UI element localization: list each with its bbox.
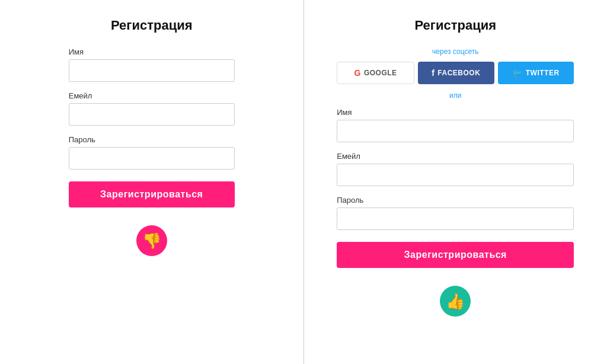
left-bottom: 👎 <box>136 225 167 262</box>
right-password-input[interactable] <box>337 207 574 230</box>
facebook-button[interactable]: f FACEBOOK <box>418 62 494 84</box>
google-icon: G <box>354 68 361 78</box>
left-title: Регистрация <box>111 18 193 33</box>
left-name-input[interactable] <box>69 59 235 82</box>
facebook-label: FACEBOOK <box>437 69 480 77</box>
twitter-label: TWITTER <box>526 69 560 77</box>
twitter-icon: 🐦 <box>512 68 523 78</box>
left-thumb-icon: 👎 <box>136 225 167 256</box>
right-name-input[interactable] <box>337 120 574 142</box>
right-email-input[interactable] <box>337 164 574 186</box>
left-panel: Регистрация Имя Емейл Пароль Зарегистрир… <box>0 0 304 364</box>
left-email-group: Емейл <box>69 91 235 126</box>
left-name-group: Имя <box>69 47 235 82</box>
right-password-label: Пароль <box>337 196 574 205</box>
right-password-group: Пароль <box>337 196 574 230</box>
right-panel: Регистрация через соцсеть G GOOGLE f FAC… <box>304 0 608 364</box>
left-email-label: Емейл <box>69 91 235 100</box>
right-email-group: Емейл <box>337 152 574 186</box>
right-name-label: Имя <box>337 108 574 117</box>
left-email-input[interactable] <box>69 103 235 126</box>
left-password-input[interactable] <box>69 147 235 170</box>
right-email-label: Емейл <box>337 152 574 161</box>
twitter-button[interactable]: 🐦 TWITTER <box>498 62 574 84</box>
right-name-group: Имя <box>337 108 574 142</box>
left-name-label: Имя <box>69 47 235 56</box>
left-register-button[interactable]: Зарегистрироваться <box>69 181 235 207</box>
right-thumb-icon: 👍 <box>440 286 471 317</box>
right-form: Имя Емейл Пароль Зарегистрироваться <box>337 108 574 268</box>
right-title: Регистрация <box>414 18 496 33</box>
google-label: GOOGLE <box>364 69 397 77</box>
right-bottom: 👍 <box>440 286 471 323</box>
left-password-label: Пароль <box>69 135 235 144</box>
right-register-button[interactable]: Зарегистрироваться <box>337 242 574 268</box>
google-button[interactable]: G GOOGLE <box>337 62 414 84</box>
or-label: или <box>449 91 461 100</box>
left-form: Имя Емейл Пароль Зарегистрироваться <box>69 47 235 207</box>
right-thumb-symbol: 👍 <box>446 292 465 311</box>
left-thumb-symbol: 👎 <box>142 232 161 250</box>
left-password-group: Пароль <box>69 135 235 170</box>
social-label: через соцсеть <box>432 47 478 56</box>
facebook-icon: f <box>432 68 435 78</box>
social-buttons-row: G GOOGLE f FACEBOOK 🐦 TWITTER <box>337 62 574 84</box>
